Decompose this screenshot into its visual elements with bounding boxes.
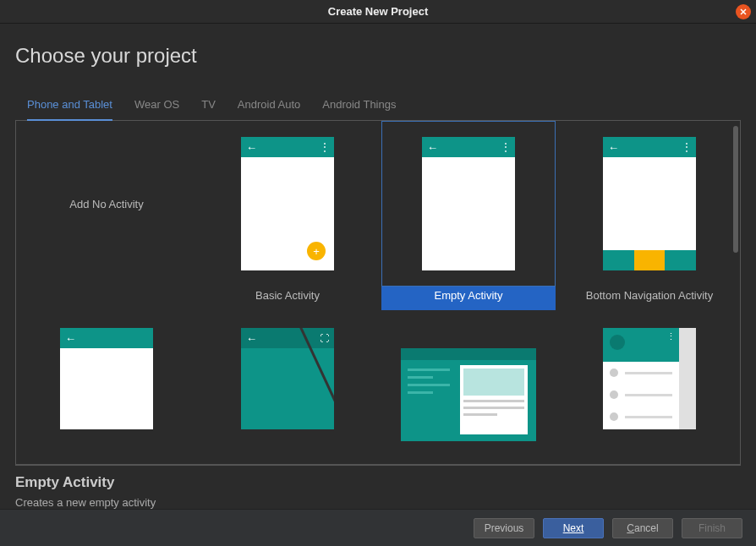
back-arrow-icon: ←: [608, 141, 619, 154]
template-card[interactable]: ⋮: [559, 310, 740, 464]
template-label: Add No Activity: [69, 198, 143, 210]
avatar-icon: [610, 335, 625, 350]
template-add-no-activity[interactable]: Add No Activity: [16, 121, 197, 310]
tab-android-things[interactable]: Android Things: [322, 91, 396, 121]
overflow-menu-icon: ⋮: [682, 141, 691, 153]
previous-button[interactable]: Previous: [474, 518, 534, 538]
tab-tv[interactable]: TV: [201, 91, 216, 121]
dialog-content: Choose your project Phone and Tablet Wea…: [0, 24, 756, 509]
description-text: Creates a new empty activity: [15, 496, 741, 509]
page-title: Choose your project: [15, 44, 741, 68]
template-gallery: Add No Activity ← ⋮ + Basic Activity: [15, 121, 741, 465]
tab-android-auto[interactable]: Android Auto: [238, 91, 300, 121]
template-card[interactable]: ← ⛶: [197, 310, 378, 464]
tab-phone-tablet[interactable]: Phone and Tablet: [27, 91, 112, 121]
template-label: Basic Activity: [200, 287, 375, 310]
template-empty-activity[interactable]: ← ⋮ Empty Activity: [378, 121, 559, 310]
template-label: Empty Activity: [381, 287, 556, 310]
bottom-nav-icon: [603, 250, 696, 270]
overflow-menu-icon: ⋮: [666, 331, 676, 342]
template-card[interactable]: [378, 310, 559, 464]
tablet-mockup: [401, 348, 536, 441]
back-arrow-icon: ←: [246, 332, 257, 345]
phone-mockup: ← ⛶: [241, 328, 334, 429]
phone-mockup: ← ⋮ +: [241, 137, 334, 270]
back-arrow-icon: ←: [246, 141, 257, 154]
overflow-menu-icon: ⋮: [501, 141, 510, 153]
fullscreen-icon: ⛶: [320, 333, 329, 343]
footer-buttons: Previous Next Cancel Finish: [0, 509, 756, 546]
template-basic-activity[interactable]: ← ⋮ + Basic Activity: [197, 121, 378, 310]
tab-wear-os[interactable]: Wear OS: [134, 91, 179, 121]
phone-mockup: ← ⋮: [422, 137, 515, 270]
title-bar: Create New Project: [0, 0, 756, 24]
overflow-menu-icon: ⋮: [320, 141, 329, 153]
phone-mockup: ⋮: [603, 328, 696, 429]
cancel-button[interactable]: Cancel: [612, 518, 673, 538]
description-title: Empty Activity: [15, 474, 741, 491]
template-label: Bottom Navigation Activity: [562, 287, 737, 310]
window-title: Create New Project: [328, 5, 429, 18]
template-bottom-navigation-activity[interactable]: ← ⋮ Bottom Navigation Activity: [559, 121, 740, 310]
close-icon[interactable]: [736, 4, 751, 19]
phone-mockup: ← ⋮: [603, 137, 696, 270]
finish-button[interactable]: Finish: [682, 518, 742, 538]
fab-icon: +: [307, 242, 326, 260]
scrollbar[interactable]: [733, 126, 738, 253]
description-panel: Empty Activity Creates a new empty activ…: [15, 465, 741, 509]
back-arrow-icon: ←: [427, 141, 438, 154]
template-card[interactable]: ←: [16, 310, 197, 464]
tabs: Phone and Tablet Wear OS TV Android Auto…: [15, 91, 741, 121]
phone-mockup: ←: [60, 328, 153, 429]
next-button[interactable]: Next: [543, 518, 604, 538]
back-arrow-icon: ←: [65, 332, 76, 345]
